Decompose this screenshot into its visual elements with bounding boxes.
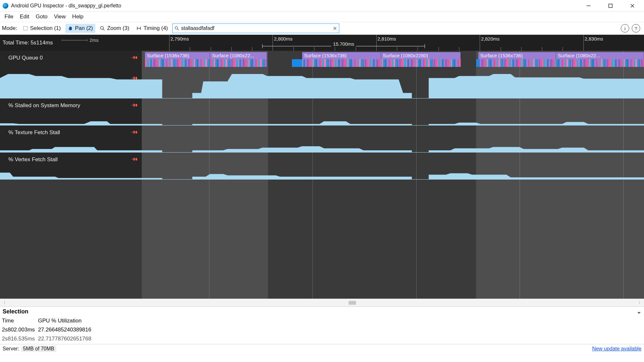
timing-icon — [136, 26, 141, 31]
menu-goto[interactable]: Goto — [33, 13, 50, 21]
selection-row[interactable]: 2s802.003ms 27.266485240389816 — [2, 325, 642, 334]
ruler-tick-label: 2,800ms — [274, 36, 293, 42]
selection-row-time: 2s802.003ms — [2, 325, 38, 334]
svg-rect-4 — [24, 26, 27, 30]
search-box[interactable]: ✕ — [172, 23, 339, 33]
total-time-label: Total Time: 5s114ms — [3, 40, 53, 46]
gpu-queue-slice[interactable]: Surface (1536x736) — [478, 52, 556, 59]
server-label: Server: — [3, 346, 19, 352]
selection-title: Selection — [3, 308, 28, 315]
mode-timing-label: Timing (4) — [143, 25, 168, 32]
help-button[interactable]: ? — [632, 24, 640, 32]
ruler-tick-label: 2,790ms — [170, 36, 189, 42]
window-title: Android GPU Inspector - dls_swappy_gl.pe… — [11, 3, 121, 9]
menu-edit[interactable]: Edit — [17, 13, 32, 21]
zoom-icon — [100, 26, 105, 31]
mode-zoom-label: Zoom (3) — [107, 25, 129, 32]
svg-line-11 — [178, 29, 179, 30]
maximize-button[interactable] — [604, 1, 617, 10]
track-stalled-system-memory[interactable]: % Stalled on System Memory 📌 — [0, 98, 644, 125]
selection-col-time: Time — [2, 316, 38, 325]
hand-icon — [68, 26, 73, 31]
svg-line-6 — [103, 29, 104, 30]
menubar: File Edit Goto View Help — [0, 12, 644, 22]
modebar: Mode: Selection (1) Pan (2) Zoom (3) Tim… — [0, 22, 644, 35]
svg-point-5 — [101, 26, 103, 29]
question-icon: ? — [635, 26, 637, 31]
menu-file[interactable]: File — [2, 13, 16, 21]
mode-selection-label: Selection (1) — [30, 25, 61, 32]
scale-label: 2ms — [90, 37, 99, 43]
app-icon — [3, 3, 8, 9]
server-value: 5MB of 70MB — [21, 346, 56, 352]
range-bracket-label: 15.700ms — [331, 41, 356, 47]
ruler-tick-label: 2,830ms — [585, 36, 603, 42]
mode-zoom[interactable]: Zoom (3) — [97, 24, 132, 33]
gpu-queue-slice[interactable]: Surface (1080x22... — [556, 52, 644, 59]
pin-icon[interactable]: 📌 — [131, 53, 138, 61]
gpu-queue-barcode — [210, 59, 267, 67]
scroll-right-icon[interactable]: 〉 — [637, 300, 644, 305]
info-button[interactable]: i — [621, 24, 629, 32]
selection-row-value: 22.717787602651768 — [38, 334, 642, 343]
selection-icon — [23, 26, 28, 31]
gpu-queue-slice[interactable]: Surface (1536x736) — [145, 52, 210, 59]
gpu-queue-barcode — [556, 59, 644, 67]
selection-panel: Selection ⌄ Time GPU % Utilization 2s802… — [0, 306, 644, 344]
gpu-queue-slice[interactable]: Surface (1080x22... — [210, 52, 267, 59]
ruler-tick-label: 2,810ms — [378, 36, 396, 42]
gpu-queue-slice[interactable]: Surface (1080x2280) — [381, 52, 461, 59]
menu-view[interactable]: View — [52, 13, 69, 21]
close-button[interactable] — [626, 1, 639, 10]
mode-timing[interactable]: Timing (4) — [134, 24, 170, 33]
timeline[interactable]: Total Time: 5s114ms 2ms 2,790ms2,800ms2,… — [0, 35, 644, 299]
scroll-thumb[interactable] — [349, 301, 356, 305]
mode-selection[interactable]: Selection (1) — [20, 24, 63, 33]
track-texture-fetch-stall[interactable]: % Texture Fetch Stall 📌 — [0, 125, 644, 153]
range-bracket: 15.700ms — [262, 43, 425, 50]
selection-row-time: 2s816.535ms — [2, 334, 38, 343]
clear-search-icon[interactable]: ✕ — [333, 25, 337, 32]
titlebar: Android GPU Inspector - dls_swappy_gl.pe… — [0, 0, 644, 12]
chevron-down-icon[interactable]: ⌄ — [637, 308, 641, 315]
gpu-queue-slice[interactable]: Surface (1536x736) — [302, 52, 381, 59]
track-label-gpu-queue: GPU Queue 0 — [8, 55, 43, 61]
time-ruler[interactable]: Total Time: 5s114ms 2ms 2,790ms2,800ms2,… — [0, 35, 644, 51]
ruler-tick-label: 2,820ms — [481, 36, 500, 42]
gpu-queue-barcode — [302, 59, 381, 67]
track-vertex-fetch-stall[interactable]: % Vertex Fetch Stall 📌 — [0, 153, 644, 180]
gpu-queue-barcode — [381, 59, 461, 67]
scroll-left-icon[interactable]: 〈 — [0, 300, 7, 305]
selection-row-value: 27.266485240389816 — [38, 325, 642, 334]
track-gpu-queue[interactable]: GPU Queue 0 📌 Surface (1536x736)Surface … — [0, 51, 644, 71]
scale-indicator: 2ms — [62, 37, 99, 43]
statusbar: Server: 5MB of 70MB New update available — [0, 344, 644, 353]
info-icon: i — [624, 26, 625, 31]
horizontal-scrollbar[interactable]: 〈 〉 — [0, 299, 644, 306]
svg-rect-1 — [609, 4, 612, 7]
mode-pan[interactable]: Pan (2) — [65, 24, 96, 33]
selection-col-value: GPU % Utilization — [38, 316, 642, 325]
minimize-button[interactable] — [582, 1, 595, 10]
mode-label: Mode: — [2, 25, 17, 32]
menu-help[interactable]: Help — [70, 13, 86, 21]
gpu-queue-barcode — [478, 59, 556, 67]
search-icon — [175, 26, 179, 31]
update-link[interactable]: New update available — [592, 346, 641, 352]
gpu-queue-barcode — [145, 59, 210, 67]
selection-row[interactable]: 2s816.535ms 22.717787602651768 — [2, 334, 642, 343]
search-input[interactable] — [181, 25, 331, 31]
svg-point-10 — [175, 27, 178, 29]
track-gpu-utilization[interactable]: GPU % Utilization 📌 — [0, 71, 644, 98]
mode-pan-label: Pan (2) — [75, 25, 93, 32]
window-controls — [582, 1, 641, 10]
